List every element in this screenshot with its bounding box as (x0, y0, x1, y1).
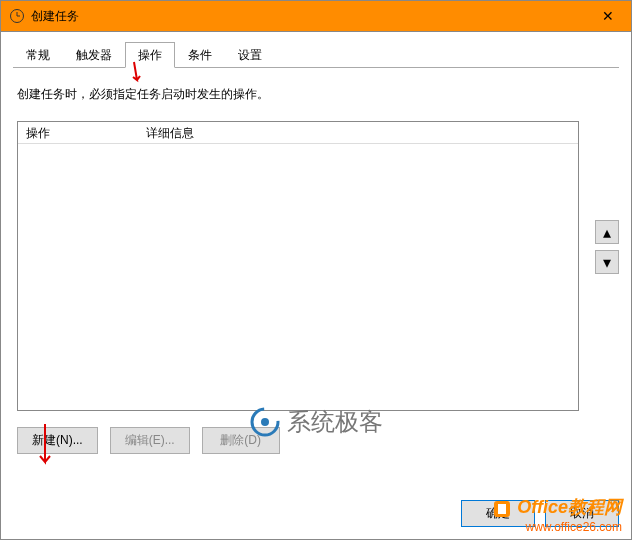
reorder-buttons: ▴ ▾ (595, 220, 619, 274)
edit-button[interactable]: 编辑(E)... (110, 427, 190, 454)
close-button[interactable]: ✕ (585, 1, 631, 31)
tab-general[interactable]: 常规 (13, 42, 63, 67)
tab-triggers[interactable]: 触发器 (63, 42, 125, 67)
annotation-arrow-new (37, 422, 57, 468)
column-action[interactable]: 操作 (18, 122, 138, 143)
window-title: 创建任务 (31, 8, 585, 25)
ok-button[interactable]: 确定 (461, 500, 535, 527)
action-buttons-row: 新建(N)... 编辑(E)... 删除(D) (17, 427, 619, 454)
tab-settings[interactable]: 设置 (225, 42, 275, 67)
cancel-button[interactable]: 取消 (545, 500, 619, 527)
tab-bar: 常规 触发器 操作 条件 设置 (13, 42, 619, 68)
instruction-text: 创建任务时，必须指定任务启动时发生的操作。 (17, 86, 619, 103)
svg-point-4 (261, 418, 269, 426)
down-arrow-icon: ▾ (603, 253, 611, 272)
move-up-button[interactable]: ▴ (595, 220, 619, 244)
actions-list[interactable]: 操作 详细信息 (17, 121, 579, 411)
list-header: 操作 详细信息 (18, 122, 578, 144)
tab-conditions[interactable]: 条件 (175, 42, 225, 67)
up-arrow-icon: ▴ (603, 223, 611, 242)
app-icon (9, 8, 25, 24)
delete-button[interactable]: 删除(D) (202, 427, 280, 454)
title-bar: 创建任务 ✕ (0, 0, 632, 32)
close-icon: ✕ (602, 8, 614, 24)
column-details[interactable]: 详细信息 (138, 122, 578, 143)
dialog-buttons: 确定 取消 (461, 500, 619, 527)
annotation-arrow-tab (127, 60, 147, 88)
move-down-button[interactable]: ▾ (595, 250, 619, 274)
dialog-content: 常规 触发器 操作 条件 设置 创建任务时，必须指定任务启动时发生的操作。 操作… (0, 32, 632, 540)
new-button[interactable]: 新建(N)... (17, 427, 98, 454)
